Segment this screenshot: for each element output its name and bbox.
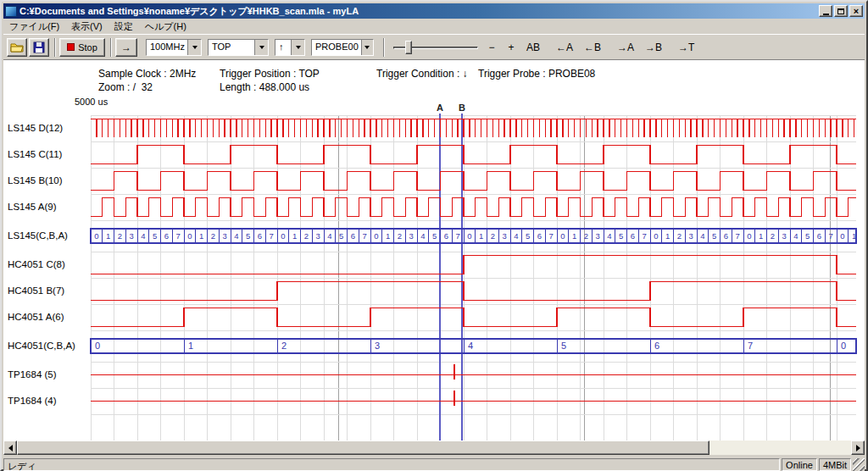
svg-text:1: 1 — [106, 231, 110, 241]
svg-text:1: 1 — [759, 231, 763, 241]
svg-text:7: 7 — [735, 231, 739, 241]
svg-text:3: 3 — [782, 231, 786, 241]
svg-text:2: 2 — [118, 231, 122, 241]
svg-text:3: 3 — [129, 231, 133, 241]
svg-text:6: 6 — [537, 231, 542, 241]
svg-text:2: 2 — [677, 231, 682, 241]
svg-text:2: 2 — [584, 231, 588, 241]
svg-text:7: 7 — [548, 231, 553, 241]
scroll-right-button[interactable] — [851, 441, 865, 455]
svg-text:5: 5 — [561, 341, 566, 351]
svg-text:6: 6 — [444, 231, 448, 241]
svg-text:3: 3 — [409, 231, 413, 241]
scroll-left-icon — [8, 445, 13, 452]
svg-text:7: 7 — [748, 341, 753, 351]
svg-text:1: 1 — [479, 231, 483, 241]
channel-label: LS145 C(11) — [8, 149, 90, 159]
waveform-plot[interactable]: 0123456701234567012345670123456701234567… — [2, 2, 868, 471]
svg-text:2: 2 — [771, 231, 775, 241]
svg-text:2: 2 — [211, 231, 215, 241]
svg-text:7: 7 — [175, 231, 180, 241]
channel-label: HC4051 C(8) — [8, 259, 90, 269]
svg-text:4: 4 — [514, 231, 518, 241]
svg-text:7: 7 — [828, 231, 832, 241]
channel-label: LS145 D(12) — [8, 123, 90, 133]
channel-label: HC4051 A(6) — [8, 312, 90, 322]
channel-label: TP1684 (4) — [8, 396, 90, 406]
resize-grip[interactable] — [853, 458, 865, 471]
status-bar: レディ Online 4MBit — [3, 457, 865, 471]
svg-text:6: 6 — [631, 231, 635, 241]
svg-text:7: 7 — [455, 231, 459, 241]
svg-text:3: 3 — [222, 231, 226, 241]
svg-text:3: 3 — [315, 231, 320, 241]
svg-text:0: 0 — [281, 231, 285, 241]
svg-text:0: 0 — [654, 231, 658, 241]
channel-label: LS145 B(10) — [8, 175, 90, 186]
svg-text:7: 7 — [362, 231, 366, 241]
app-window: C:¥Documents and Settings¥noname¥デスクトップ¥… — [0, 0, 868, 471]
svg-text:2: 2 — [398, 231, 402, 241]
svg-text:1: 1 — [852, 231, 856, 241]
svg-text:6: 6 — [164, 231, 169, 241]
scroll-left-button[interactable] — [3, 441, 17, 455]
svg-text:5: 5 — [619, 231, 623, 241]
svg-text:4: 4 — [420, 231, 425, 241]
svg-text:4: 4 — [700, 231, 704, 241]
svg-text:0: 0 — [840, 231, 844, 241]
svg-text:0: 0 — [747, 231, 751, 241]
svg-text:2: 2 — [304, 231, 309, 241]
svg-text:7: 7 — [269, 231, 273, 241]
horizontal-scrollbar[interactable] — [3, 441, 865, 455]
svg-text:6: 6 — [258, 231, 262, 241]
svg-text:6: 6 — [654, 341, 659, 351]
svg-text:5: 5 — [526, 231, 530, 241]
svg-text:0: 0 — [467, 231, 471, 241]
cursor-label-A: A — [437, 103, 443, 113]
channel-label: LS145 A(9) — [8, 202, 90, 212]
svg-text:1: 1 — [386, 231, 390, 241]
svg-text:3: 3 — [375, 341, 380, 351]
svg-text:6: 6 — [351, 231, 355, 241]
svg-text:1: 1 — [292, 231, 297, 241]
svg-text:0: 0 — [187, 231, 192, 241]
status-ready: レディ — [3, 458, 780, 471]
svg-text:1: 1 — [188, 341, 193, 351]
svg-text:2: 2 — [281, 341, 287, 351]
waveform-svg[interactable]: 0123456701234567012345670123456701234567… — [2, 2, 868, 471]
scroll-right-icon — [856, 445, 860, 452]
svg-text:3: 3 — [502, 231, 506, 241]
svg-text:1: 1 — [572, 231, 576, 241]
svg-text:6: 6 — [817, 231, 821, 241]
channel-label: TP1684 (5) — [8, 369, 90, 380]
svg-text:3: 3 — [688, 231, 693, 241]
svg-text:4: 4 — [327, 231, 331, 241]
svg-text:7: 7 — [642, 231, 646, 241]
svg-text:1: 1 — [199, 231, 203, 241]
svg-text:4: 4 — [141, 231, 145, 241]
status-memory: 4MBit — [819, 458, 851, 471]
svg-text:5: 5 — [805, 231, 810, 241]
svg-text:0: 0 — [374, 231, 378, 241]
channel-label: HC4051(C,B,A) — [8, 341, 90, 351]
svg-text:5: 5 — [246, 231, 250, 241]
svg-text:4: 4 — [234, 231, 238, 241]
svg-text:4: 4 — [468, 341, 473, 351]
svg-text:4: 4 — [607, 231, 611, 241]
channel-label: LS145(C,B,A) — [8, 230, 90, 241]
svg-text:2: 2 — [491, 231, 495, 241]
svg-text:5: 5 — [339, 231, 343, 241]
svg-text:0: 0 — [95, 341, 100, 351]
svg-text:4: 4 — [793, 231, 798, 241]
svg-text:0: 0 — [841, 341, 846, 351]
svg-text:5: 5 — [153, 231, 157, 241]
svg-text:5: 5 — [432, 231, 437, 241]
channel-label: HC4051 B(7) — [8, 285, 90, 296]
status-online: Online — [782, 458, 817, 471]
svg-text:6: 6 — [724, 231, 728, 241]
svg-text:0: 0 — [560, 231, 565, 241]
svg-text:1: 1 — [665, 231, 670, 241]
scrollbar-thumb[interactable] — [17, 441, 709, 455]
svg-text:3: 3 — [595, 231, 599, 241]
svg-text:0: 0 — [94, 231, 98, 241]
